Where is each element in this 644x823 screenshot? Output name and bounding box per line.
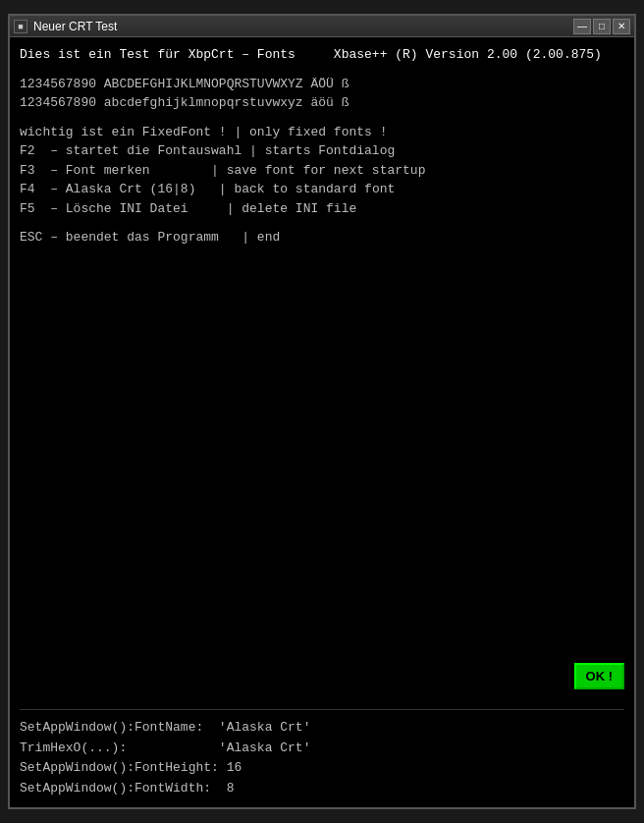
- font-info-area: SetAppWindow():FontName: 'Alaska Crt' Tr…: [20, 709, 624, 799]
- info-fixed-font: wichtig ist ein FixedFont ! | only fixed…: [20, 123, 624, 142]
- window-icon: ■: [14, 20, 27, 33]
- info-f3: F3 – Font merken | save font for next st…: [20, 161, 624, 181]
- info-f4: F4 – Alaska Crt (16|8) | back to standar…: [20, 180, 624, 199]
- main-window: ■ Neuer CRT Test — □ ✕ Dies ist ein Test…: [8, 14, 636, 809]
- content-area: Dies ist ein Test für XbpCrt – Fonts Xba…: [10, 37, 634, 807]
- minimize-button[interactable]: —: [573, 19, 591, 34]
- fontwidth-line: SetAppWindow():FontWidth: 8: [20, 779, 624, 799]
- chars-lower: 1234567890 abcdefghijklmnopqrstuvwxyz äö…: [20, 93, 624, 113]
- maximize-button[interactable]: □: [593, 19, 611, 34]
- terminal-area: Dies ist ein Test für XbpCrt – Fonts Xba…: [20, 45, 624, 705]
- window-controls: — □ ✕: [573, 19, 630, 34]
- chars-upper: 1234567890 ABCDEFGHIJKLMNOPQRSTUVWXYZ ÄÖ…: [20, 75, 624, 94]
- window-title: Neuer CRT Test: [33, 20, 117, 33]
- fontname-line: SetAppWindow():FontName: 'Alaska Crt': [20, 718, 624, 739]
- info-f5: F5 – Lösche INI Datei | delete INI file: [20, 199, 624, 219]
- close-button[interactable]: ✕: [613, 19, 630, 34]
- titlebar: ■ Neuer CRT Test — □ ✕: [10, 16, 634, 37]
- ok-button[interactable]: OK !: [574, 663, 624, 689]
- trimhex-line: TrimHexO(...): 'Alaska Crt': [20, 739, 624, 759]
- info-f2: F2 – startet die Fontauswahl | starts Fo…: [20, 141, 624, 161]
- info-esc: ESC – beendet das Programm | end: [20, 228, 624, 247]
- fontheight-line: SetAppWindow():FontHeight: 16: [20, 758, 624, 779]
- header-line: Dies ist ein Test für XbpCrt – Fonts Xba…: [20, 45, 624, 65]
